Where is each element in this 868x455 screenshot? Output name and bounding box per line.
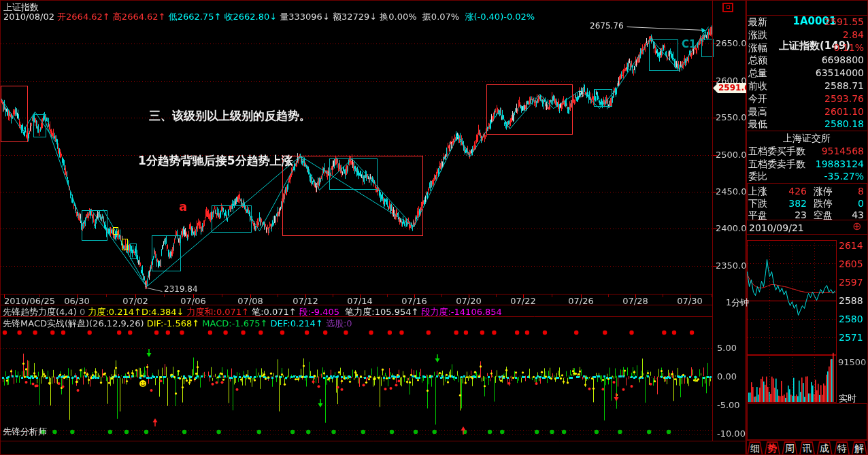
note-line-1: 三、该级别以上级别的反趋势。 bbox=[138, 108, 311, 123]
mini-tick-2597: 2597 bbox=[839, 277, 863, 288]
date-tick-07/08: 07/08 bbox=[237, 296, 263, 306]
chart-label-a: a bbox=[179, 199, 187, 214]
chart-annotation-note: 三、该级别以上级别的反趋势。 1分趋势背驰后接5分趋势上涨 bbox=[138, 78, 311, 198]
date-tick-07/30: 07/30 bbox=[677, 296, 702, 306]
realtime-label: 实时 bbox=[839, 392, 856, 405]
depth-label: 五档委买手数 bbox=[748, 146, 805, 158]
main-chart-canvas[interactable] bbox=[1, 1, 746, 455]
price-tick-2450.0: 2450.0 bbox=[716, 186, 747, 197]
indicator-line-2: 先锋MACD实战(解盘)(26,12,9,26) DIF:-1.568↑ MAC… bbox=[3, 318, 352, 330]
quote-value: 2580.18 bbox=[824, 118, 864, 131]
quote-row-涨跌: 涨跌2.84 bbox=[748, 29, 864, 41]
chart-label-C1: C1 bbox=[682, 38, 696, 50]
depth-row-五档委买手数: 五档委买手数9514568 bbox=[748, 146, 864, 158]
mini-tick-2605: 2605 bbox=[839, 258, 863, 269]
ohlc-info-bar: 2010/08/02 开2664.62↑ 高2664.62↑ 低2662.75↑… bbox=[3, 11, 537, 23]
mini-tick-2571: 2571 bbox=[839, 332, 863, 343]
analyst-watermark: 先锋分析师 bbox=[3, 426, 47, 438]
volume-scale-label: 91500 bbox=[838, 357, 866, 367]
ohlc-field-5: 额32729↓ bbox=[333, 12, 380, 22]
date-tick-07/28: 07/28 bbox=[622, 296, 648, 306]
indicator1-seg-0: 先锋趋势力度(4,4) bbox=[3, 307, 77, 317]
date-tick-07/22: 07/22 bbox=[510, 296, 535, 306]
ohlc-field-8: 涨(-0.40)-0.02% bbox=[465, 12, 537, 22]
chart-label-2675.76: 2675.76 bbox=[590, 21, 624, 31]
quote-label: 最低 bbox=[748, 118, 767, 131]
mini-tick-2580: 2580 bbox=[839, 314, 863, 324]
price-tick-2350.0: 2350.0 bbox=[716, 260, 747, 271]
quote-row-最高: 最高2601.10 bbox=[748, 106, 864, 118]
quote-label: 涨幅 bbox=[748, 42, 767, 54]
indicator2-seg-2: MACD:-1.675↑ bbox=[199, 318, 267, 328]
current-price-tag: 2591.6 bbox=[713, 83, 746, 93]
quote-label: 最新 bbox=[748, 16, 767, 29]
breadth-value: 0 bbox=[835, 198, 864, 209]
quote-date-field: 2010/08/02 bbox=[3, 12, 57, 22]
note-line-2: 1分趋势背驰后接5分趋势上涨 bbox=[138, 153, 311, 168]
tab-特[interactable]: 特 bbox=[834, 441, 850, 455]
breadth-value: 23 bbox=[774, 209, 807, 221]
tab-周[interactable]: 周 bbox=[782, 441, 798, 455]
ohlc-field-6: 换0.00% bbox=[380, 12, 422, 22]
indicator1-seg-4: 力度和:0.071↑ bbox=[184, 307, 249, 317]
quote-value: 2593.76 bbox=[824, 93, 864, 105]
breadth-row-0: 上涨426涨停8 bbox=[748, 186, 864, 197]
osc-tick--10.00: -10.00 bbox=[717, 428, 746, 439]
tab-解[interactable]: 解 bbox=[851, 441, 867, 455]
quote-value: 2588.71 bbox=[824, 80, 864, 92]
depth-value: -35.27% bbox=[824, 171, 864, 183]
exchange-name: 上海证交所 bbox=[746, 133, 867, 145]
date-tick-07/06: 07/06 bbox=[180, 296, 205, 306]
osc-tick-0.00: 0.00 bbox=[717, 371, 737, 382]
breadth-value: 382 bbox=[774, 198, 807, 209]
date-tick-07/02: 07/02 bbox=[122, 296, 148, 306]
tab-成[interactable]: 成 bbox=[816, 441, 833, 455]
tab-讯[interactable]: 讯 bbox=[799, 441, 816, 455]
indicator1-seg-3: D:4.384↓ bbox=[141, 307, 184, 317]
window-icon[interactable] bbox=[722, 3, 733, 12]
breadth-value: 8 bbox=[835, 186, 864, 197]
indicator2-seg-0: 先锋MACD实战(解盘)(26,12,9,26) bbox=[3, 318, 147, 328]
breadth-value: 426 bbox=[774, 186, 807, 197]
depth-label: 委比 bbox=[748, 171, 767, 183]
mini-tick-2614: 2614 bbox=[839, 240, 863, 251]
quote-label: 前收 bbox=[748, 80, 767, 92]
depth-value: 19883124 bbox=[816, 158, 864, 171]
quote-value: 2591.55 bbox=[824, 16, 864, 29]
quote-date: 2010/09/21 bbox=[749, 222, 804, 233]
depth-label: 五档委卖手数 bbox=[748, 158, 805, 171]
indicator1-seg-7: 笔力度:105.954↑ bbox=[342, 307, 418, 317]
date-tick-07/12: 07/12 bbox=[293, 296, 318, 306]
quote-row-总量: 总量63514000 bbox=[748, 67, 864, 80]
trading-app-window: 上证指数 2010/08/02 开2664.62↑ 高2664.62↑ 低266… bbox=[0, 0, 868, 455]
quote-label: 最高 bbox=[748, 106, 767, 118]
quote-value: 2.84 bbox=[843, 29, 864, 41]
price-tick-2500.0: 2500.0 bbox=[716, 150, 747, 160]
ohlc-field-1: 高2664.62↑ bbox=[113, 12, 169, 22]
quote-row-最低: 最低2580.18 bbox=[748, 118, 864, 131]
breadth-label: 下跌 bbox=[748, 198, 774, 209]
tab-势[interactable]: 势 bbox=[765, 441, 781, 455]
quote-value: 0.11% bbox=[834, 42, 864, 54]
indicator1-seg-6: 段:-9.405 bbox=[297, 307, 343, 317]
indicator1-seg-5: 笔:0.071↑ bbox=[249, 307, 297, 317]
breadth-label: 跌停 bbox=[807, 198, 835, 209]
quote-value: 6698800 bbox=[822, 54, 864, 67]
quote-value: 63514000 bbox=[816, 67, 864, 80]
timeframe-label[interactable]: 1分钟 bbox=[726, 297, 749, 309]
quote-row-最新: 最新2591.55 bbox=[748, 16, 864, 29]
indicator2-seg-1: DIF:-1.568↑ bbox=[147, 318, 200, 328]
osc-tick-5.00: 5.00 bbox=[717, 343, 737, 353]
depth-row-五档委卖手数: 五档委卖手数19883124 bbox=[748, 158, 864, 171]
date-tick-07/26: 07/26 bbox=[568, 296, 593, 306]
chart-label-2319.84: 2319.84 bbox=[164, 284, 198, 294]
price-tick-2650.0: 2650.0 bbox=[716, 38, 747, 48]
indicator1-seg-1: 0 bbox=[77, 307, 88, 317]
osc-tick--5.00: -5.00 bbox=[717, 400, 740, 410]
date-tick-07/14: 07/14 bbox=[347, 296, 372, 306]
breadth-row-1: 下跌382跌停0 bbox=[748, 198, 864, 209]
quote-label: 涨跌 bbox=[748, 29, 767, 41]
indicator1-seg-2: 力度:0.214↑ bbox=[88, 307, 141, 317]
globe-icon[interactable]: ⊕ bbox=[852, 220, 861, 233]
tab-细[interactable]: 细 bbox=[747, 441, 763, 455]
